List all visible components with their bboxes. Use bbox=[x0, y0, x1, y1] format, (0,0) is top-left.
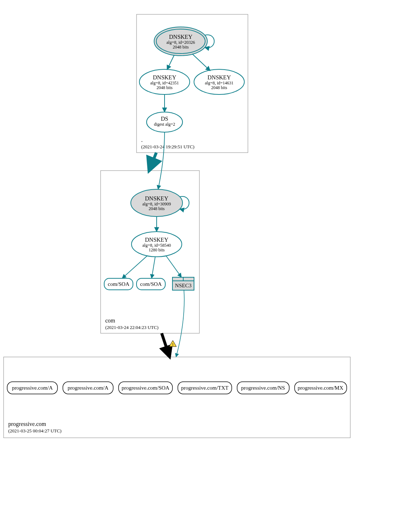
zone-root-name: . bbox=[141, 137, 143, 143]
root-ksk-node: DNSKEY alg=8, id=20326 2048 bits bbox=[154, 27, 207, 56]
svg-text:2048 bits: 2048 bits bbox=[211, 85, 227, 90]
edge-com-zsk-soa1 bbox=[122, 256, 147, 278]
svg-text:progressive.com/A: progressive.com/A bbox=[12, 385, 53, 391]
svg-text:DNSKEY: DNSKEY bbox=[153, 74, 176, 80]
root-ksk-title: DNSKEY bbox=[169, 34, 193, 40]
edge-com-zsk-nsec3 bbox=[166, 256, 181, 277]
progressive-rr-4: progressive.com/NS bbox=[237, 382, 289, 394]
progressive-rr-2: progressive.com/SOA bbox=[119, 382, 172, 394]
com-ksk-node: DNSKEY alg=8, id=30909 2048 bits bbox=[131, 189, 183, 217]
svg-text:1280 bits: 1280 bits bbox=[149, 247, 165, 252]
svg-text:!: ! bbox=[172, 342, 174, 347]
svg-text:NSEC3: NSEC3 bbox=[175, 283, 191, 288]
root-zsk-14631: DNSKEY alg=8, id=14631 2048 bits bbox=[194, 69, 244, 94]
com-nsec3: NSEC3 bbox=[172, 277, 194, 290]
zone-progressive-box bbox=[4, 357, 350, 438]
edge-root-to-com-zone bbox=[149, 153, 156, 171]
svg-text:progressive.com/NS: progressive.com/NS bbox=[241, 385, 285, 391]
svg-text:digest alg=2: digest alg=2 bbox=[154, 122, 175, 127]
svg-text:DNSKEY: DNSKEY bbox=[145, 195, 169, 201]
svg-text:DS: DS bbox=[161, 116, 168, 122]
zone-progressive-name: progressive.com bbox=[8, 421, 46, 427]
zone-com-name: com bbox=[105, 317, 115, 324]
svg-text:progressive.com/TXT: progressive.com/TXT bbox=[181, 385, 229, 391]
progressive-rr-5: progressive.com/MX bbox=[295, 382, 347, 394]
zone-progressive-timestamp: (2021-03-25 00:04:27 UTC) bbox=[8, 428, 61, 433]
com-soa-2: com/SOA bbox=[137, 278, 165, 290]
edge-ds-to-com-ksk bbox=[158, 132, 165, 189]
svg-text:DNSKEY: DNSKEY bbox=[208, 74, 231, 80]
edge-com-zsk-soa2 bbox=[152, 257, 155, 278]
edge-root-ksk-zsk1 bbox=[167, 55, 174, 70]
root-ksk-bits: 2048 bits bbox=[173, 45, 189, 50]
svg-text:alg=8, id=14631: alg=8, id=14631 bbox=[205, 80, 234, 85]
progressive-rr-3: progressive.com/TXT bbox=[178, 382, 232, 394]
progressive-rr-0: progressive.com/A bbox=[7, 382, 57, 394]
dnssec-diagram: . (2021-03-24 19:29:51 UTC) DNSKEY alg=8… bbox=[0, 0, 420, 529]
svg-text:progressive.com/SOA: progressive.com/SOA bbox=[122, 385, 170, 391]
zone-root-timestamp: (2021-03-24 19:29:51 UTC) bbox=[141, 144, 194, 149]
svg-text:alg=8, id=58540: alg=8, id=58540 bbox=[142, 243, 171, 248]
warning-icon: ! bbox=[169, 340, 176, 347]
svg-text:DNSKEY: DNSKEY bbox=[145, 237, 169, 243]
edge-root-ksk-zsk2 bbox=[192, 54, 210, 71]
root-ds-node: DS digest alg=2 bbox=[147, 112, 183, 132]
svg-text:progressive.com/MX: progressive.com/MX bbox=[297, 385, 343, 391]
svg-text:alg=8, id=30909: alg=8, id=30909 bbox=[142, 201, 171, 207]
svg-text:com/SOA: com/SOA bbox=[108, 281, 129, 287]
svg-text:2048 bits: 2048 bits bbox=[149, 206, 165, 211]
root-ksk-alg: alg=8, id=20326 bbox=[166, 40, 195, 45]
svg-text:alg=8, id=42351: alg=8, id=42351 bbox=[150, 80, 179, 85]
edge-nsec3-to-progressive bbox=[176, 290, 184, 357]
com-soa-1: com/SOA bbox=[104, 278, 133, 290]
progressive-rr-1: progressive.com/A bbox=[63, 382, 113, 394]
edge-com-to-progressive-zone bbox=[162, 333, 170, 357]
svg-text:com/SOA: com/SOA bbox=[140, 281, 162, 287]
com-zsk-node: DNSKEY alg=8, id=58540 1280 bits bbox=[131, 232, 182, 257]
zone-com-timestamp: (2021-03-24 22:04:23 UTC) bbox=[105, 325, 158, 330]
root-zsk-42351: DNSKEY alg=8, id=42351 2048 bits bbox=[139, 69, 190, 94]
svg-text:2048 bits: 2048 bits bbox=[157, 85, 173, 90]
svg-text:progressive.com/A: progressive.com/A bbox=[68, 385, 109, 391]
